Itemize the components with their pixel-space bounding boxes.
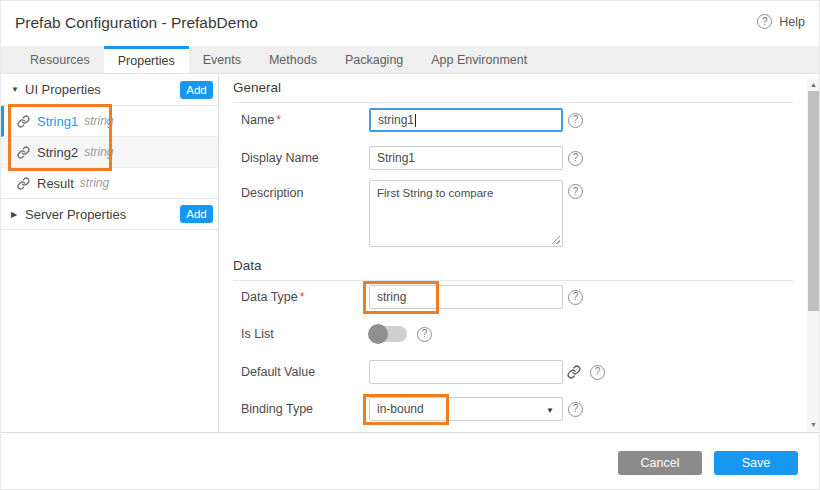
property-type: string xyxy=(80,176,109,190)
property-name: Result xyxy=(37,176,74,191)
tab-packaging[interactable]: Packaging xyxy=(331,46,417,73)
sidebar-item-string2[interactable]: String2 string xyxy=(1,137,218,168)
property-type: string xyxy=(84,114,113,128)
description-help-icon[interactable]: ? xyxy=(568,184,583,199)
is-list-row: Is List ? xyxy=(220,324,820,344)
text-cursor xyxy=(415,114,416,127)
binding-type-select[interactable]: in-bound ▼ xyxy=(369,397,563,421)
tab-events[interactable]: Events xyxy=(189,46,255,73)
tab-resources[interactable]: Resources xyxy=(16,46,104,73)
name-input[interactable]: string1 xyxy=(369,108,563,132)
required-asterisk: * xyxy=(276,113,281,127)
link-icon xyxy=(17,115,30,128)
cancel-button[interactable]: Cancel xyxy=(618,451,702,475)
add-server-property-button[interactable]: Add xyxy=(180,205,213,223)
property-name: String1 xyxy=(37,114,78,129)
data-section-heading: Data xyxy=(233,258,793,281)
property-name: String2 xyxy=(37,145,78,160)
dialog-title: Prefab Configuration - PrefabDemo xyxy=(15,14,258,32)
dialog-footer: Cancel Save xyxy=(1,432,819,490)
dropdown-arrow-icon: ▼ xyxy=(546,406,554,415)
sidebar-item-result[interactable]: Result string xyxy=(1,168,218,199)
binding-type-label: Binding Type xyxy=(241,402,313,416)
tab-app-environment[interactable]: App Environment xyxy=(417,46,541,73)
scroll-up-icon[interactable]: ▲ xyxy=(807,79,820,91)
display-name-help-icon[interactable]: ? xyxy=(568,151,583,166)
data-type-label: Data Type* xyxy=(241,290,305,304)
default-value-help-icon[interactable]: ? xyxy=(590,365,605,380)
name-help-icon[interactable]: ? xyxy=(568,113,583,128)
binding-type-row: Binding Type in-bound ▼ ? xyxy=(220,397,820,421)
toggle-knob xyxy=(368,324,388,344)
display-name-row: Display Name String1 ? xyxy=(220,146,820,170)
resize-handle-icon[interactable] xyxy=(551,235,560,244)
required-asterisk: * xyxy=(300,290,305,304)
general-section-heading: General xyxy=(233,80,793,103)
tab-methods[interactable]: Methods xyxy=(255,46,331,73)
link-icon xyxy=(17,146,30,159)
ui-properties-label: UI Properties xyxy=(25,82,101,97)
prefab-configuration-dialog: Prefab Configuration - PrefabDemo ? Help… xyxy=(0,0,820,490)
link-icon xyxy=(17,177,30,190)
dialog-body: ▼ UI Properties Add String1 string Strin… xyxy=(1,74,819,432)
default-value-row: Default Value ? xyxy=(220,360,820,384)
server-properties-section-header[interactable]: ▶ Server Properties Add xyxy=(1,198,218,230)
ui-properties-section-header[interactable]: ▼ UI Properties Add xyxy=(1,74,218,106)
default-value-input[interactable] xyxy=(369,360,563,384)
data-type-input[interactable]: string xyxy=(369,285,563,309)
properties-sidebar: ▼ UI Properties Add String1 string Strin… xyxy=(1,74,219,432)
default-value-label: Default Value xyxy=(241,365,315,379)
is-list-help-icon[interactable]: ? xyxy=(417,327,432,342)
name-row: Name* string1 ? xyxy=(220,108,820,132)
data-type-row: Data Type* string ? xyxy=(220,285,820,309)
property-form: General Name* string1 ? Display Name Str… xyxy=(220,74,820,432)
scrollbar-thumb[interactable] xyxy=(808,91,819,311)
tab-bar: Resources Properties Events Methods Pack… xyxy=(1,46,819,74)
add-ui-property-button[interactable]: Add xyxy=(180,81,213,99)
description-label: Description xyxy=(241,186,304,200)
tab-properties[interactable]: Properties xyxy=(104,46,189,73)
bind-link-icon[interactable] xyxy=(567,365,581,379)
server-properties-label: Server Properties xyxy=(25,207,126,222)
help-label: Help xyxy=(779,15,805,29)
property-type: string xyxy=(84,145,113,159)
is-list-toggle[interactable] xyxy=(369,326,407,342)
help-button[interactable]: ? Help xyxy=(757,14,805,29)
caret-right-icon: ▶ xyxy=(11,210,25,219)
vertical-scrollbar[interactable]: ▲ ▼ xyxy=(807,79,820,431)
caret-down-icon: ▼ xyxy=(11,85,25,94)
description-textarea[interactable]: First String to compare xyxy=(369,180,563,247)
data-type-help-icon[interactable]: ? xyxy=(568,290,583,305)
save-button[interactable]: Save xyxy=(714,451,798,475)
binding-type-help-icon[interactable]: ? xyxy=(568,402,583,417)
display-name-label: Display Name xyxy=(241,151,319,165)
sidebar-item-string1[interactable]: String1 string xyxy=(1,106,218,137)
help-circle-icon: ? xyxy=(757,14,772,29)
name-label: Name* xyxy=(241,113,281,127)
scroll-down-icon[interactable]: ▼ xyxy=(807,419,820,431)
is-list-label: Is List xyxy=(241,327,274,341)
display-name-input[interactable]: String1 xyxy=(369,146,563,170)
dialog-header: Prefab Configuration - PrefabDemo ? Help xyxy=(1,1,819,46)
